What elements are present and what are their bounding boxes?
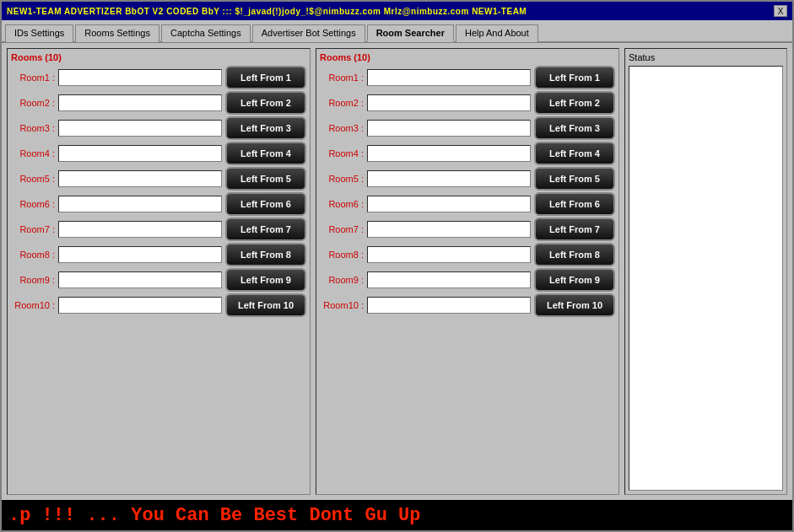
left-room-input-6[interactable] [58, 196, 222, 212]
right-room-row-5: Room5 : [320, 167, 531, 191]
left-room-label-9: Room9 : [11, 275, 55, 285]
right-rooms-panel: Rooms (10) Room1 :Room2 :Room3 :Room4 :R… [316, 48, 619, 495]
right-room-input-2[interactable] [367, 94, 531, 111]
left-btn-5[interactable]: Left From 5 [225, 167, 306, 191]
right-btn-3[interactable]: Left From 3 [534, 116, 615, 140]
left-room-label-2: Room2 : [11, 98, 55, 108]
left-room-label-1: Room1 : [11, 73, 55, 83]
left-room-input-3[interactable] [58, 120, 222, 137]
left-room-row-4: Room4 : [11, 142, 222, 165]
left-room-input-4[interactable] [58, 145, 222, 162]
right-room-label-7: Room7 : [320, 224, 364, 234]
left-room-input-10[interactable] [58, 297, 222, 314]
right-room-row-10: Room10 : [320, 293, 531, 317]
left-room-label-10: Room10 : [11, 300, 55, 310]
left-buttons-col: Left From 1Left From 2Left From 3Left Fr… [225, 66, 306, 491]
right-btn-9[interactable]: Left From 9 [534, 268, 615, 292]
left-panel-title: Rooms (10) [11, 52, 306, 62]
right-btn-8[interactable]: Left From 8 [534, 243, 615, 266]
right-room-label-8: Room8 : [320, 250, 364, 260]
left-btn-7[interactable]: Left From 7 [225, 218, 306, 241]
left-room-label-7: Room7 : [11, 224, 55, 234]
right-room-input-9[interactable] [367, 271, 531, 288]
left-room-row-3: Room3 : [11, 116, 222, 140]
right-btn-10[interactable]: Left From 10 [534, 293, 615, 317]
left-room-list: Room1 :Room2 :Room3 :Room4 :Room5 :Room6… [11, 66, 222, 491]
left-room-input-5[interactable] [58, 170, 222, 187]
right-room-input-10[interactable] [367, 297, 531, 314]
left-btn-10[interactable]: Left From 10 [225, 293, 306, 317]
right-room-label-10: Room10 : [320, 300, 364, 310]
left-room-row-5: Room5 : [11, 167, 222, 191]
status-content [629, 66, 783, 491]
tab-rooms-settings[interactable]: Rooms Settings [75, 24, 159, 42]
title-bar-controls: X [774, 5, 787, 17]
tab-ids-settings[interactable]: IDs Settings [5, 24, 73, 42]
main-content: Rooms (10) Room1 :Room2 :Room3 :Room4 :R… [2, 43, 792, 500]
right-room-input-3[interactable] [367, 120, 531, 137]
left-room-label-6: Room6 : [11, 199, 55, 209]
right-room-label-2: Room2 : [320, 98, 364, 108]
tab-bar: IDs Settings Rooms Settings Captcha Sett… [2, 20, 792, 43]
left-btn-8[interactable]: Left From 8 [225, 243, 306, 266]
right-btn-1[interactable]: Left From 1 [534, 66, 615, 89]
right-rooms-inner: Room1 :Room2 :Room3 :Room4 :Room5 :Room6… [320, 66, 615, 491]
ticker-text: .p !!! ... You Can Be Best Dont Gu Up [8, 505, 420, 526]
status-panel: Status [624, 48, 787, 495]
left-room-label-8: Room8 : [11, 250, 55, 260]
right-btn-2[interactable]: Left From 2 [534, 91, 615, 115]
left-room-row-8: Room8 : [11, 243, 222, 266]
tab-help-and-about[interactable]: Help And About [456, 24, 538, 42]
left-rooms-inner: Room1 :Room2 :Room3 :Room4 :Room5 :Room6… [11, 66, 306, 491]
right-room-row-2: Room2 : [320, 91, 531, 115]
right-room-label-1: Room1 : [320, 73, 364, 83]
left-btn-3[interactable]: Left From 3 [225, 116, 306, 140]
right-room-label-4: Room4 : [320, 148, 364, 159]
tab-advertiser-bot-settings[interactable]: Advertiser Bot Settings [252, 24, 365, 42]
left-room-row-10: Room10 : [11, 293, 222, 317]
left-btn-9[interactable]: Left From 9 [225, 268, 306, 292]
right-btn-7[interactable]: Left From 7 [534, 218, 615, 241]
right-room-label-6: Room6 : [320, 199, 364, 209]
right-room-input-4[interactable] [367, 145, 531, 162]
right-room-row-7: Room7 : [320, 218, 531, 241]
title-bar: NEW1-TEAM ADVERTIZER BbOT V2 CODED BbY :… [2, 2, 792, 20]
left-room-row-6: Room6 : [11, 192, 222, 216]
left-btn-2[interactable]: Left From 2 [225, 91, 306, 115]
left-btn-6[interactable]: Left From 6 [225, 192, 306, 216]
right-room-input-7[interactable] [367, 221, 531, 238]
left-btn-1[interactable]: Left From 1 [225, 66, 306, 89]
left-room-label-4: Room4 : [11, 148, 55, 159]
right-room-row-3: Room3 : [320, 116, 531, 140]
right-room-label-3: Room3 : [320, 123, 364, 133]
right-room-input-1[interactable] [367, 69, 531, 86]
left-room-row-2: Room2 : [11, 91, 222, 115]
right-btn-6[interactable]: Left From 6 [534, 192, 615, 216]
right-room-input-6[interactable] [367, 196, 531, 212]
right-room-label-5: Room5 : [320, 174, 364, 184]
right-room-input-8[interactable] [367, 246, 531, 263]
left-room-row-9: Room9 : [11, 268, 222, 292]
tab-captcha-settings[interactable]: Captcha Settings [161, 24, 251, 42]
left-room-input-7[interactable] [58, 221, 222, 238]
left-room-input-2[interactable] [58, 94, 222, 111]
left-btn-4[interactable]: Left From 4 [225, 142, 306, 165]
left-room-row-1: Room1 : [11, 66, 222, 89]
window-title: NEW1-TEAM ADVERTIZER BbOT V2 CODED BbY :… [7, 7, 527, 16]
tab-room-searcher[interactable]: Room Searcher [367, 24, 454, 42]
right-btn-4[interactable]: Left From 4 [534, 142, 615, 165]
close-button[interactable]: X [774, 5, 787, 17]
right-room-input-5[interactable] [367, 170, 531, 187]
left-rooms-panel: Rooms (10) Room1 :Room2 :Room3 :Room4 :R… [7, 48, 311, 495]
right-room-row-4: Room4 : [320, 142, 531, 165]
left-room-input-1[interactable] [58, 69, 222, 86]
right-room-row-6: Room6 : [320, 192, 531, 216]
left-room-input-8[interactable] [58, 246, 222, 263]
right-room-row-8: Room8 : [320, 243, 531, 266]
left-room-input-9[interactable] [58, 271, 222, 288]
right-btn-5[interactable]: Left From 5 [534, 167, 615, 191]
right-panel-title: Rooms (10) [320, 52, 615, 62]
left-room-row-7: Room7 : [11, 218, 222, 241]
main-window: NEW1-TEAM ADVERTIZER BbOT V2 CODED BbY :… [0, 0, 794, 532]
right-buttons-col: Left From 1Left From 2Left From 3Left Fr… [534, 66, 615, 491]
